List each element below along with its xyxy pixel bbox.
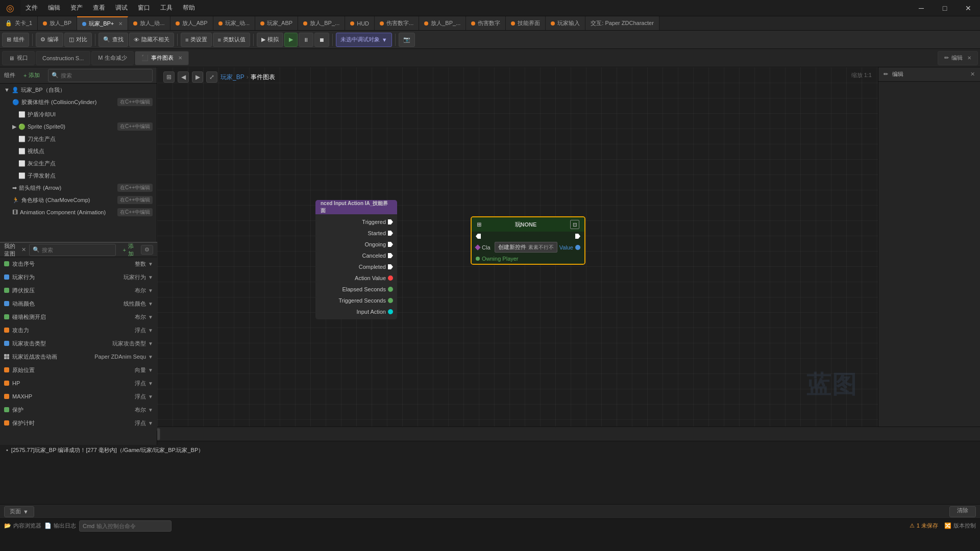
tab-damage-num[interactable]: 伤害数字... — [375, 16, 419, 31]
expand-icon[interactable]: ▼ — [148, 407, 153, 413]
mybp-item-wall-detect[interactable]: 碰墙检测开启 布尔 ▼ — [0, 310, 157, 323]
elapsed-pin[interactable] — [388, 287, 393, 292]
component-search[interactable]: 🔍 — [48, 69, 153, 82]
cmd-input[interactable] — [96, 523, 168, 529]
mybp-item-atk-power[interactable]: 攻击力 浮点 ▼ — [0, 323, 157, 337]
component-search-input[interactable] — [61, 72, 149, 79]
widget-node[interactable]: ⊞ 玩NONE ⊡ — [471, 216, 585, 265]
pin-completed[interactable]: Completed — [315, 261, 397, 272]
canceled-pin[interactable] — [388, 253, 393, 258]
completed-pin[interactable] — [388, 264, 393, 269]
class-pin[interactable] — [475, 244, 480, 250]
tab-life-reduce[interactable]: M 生命减少 — [91, 51, 133, 65]
class-defaults-button[interactable]: ≡ 类默认值 — [213, 33, 250, 47]
pin-action-value[interactable]: Action Value — [315, 272, 397, 284]
tab-skill[interactable]: 技能界面 — [506, 16, 546, 31]
add-component-button[interactable]: + 添加 — [19, 69, 44, 81]
mybp-item-maxhp[interactable]: MAXHP 浮点 ▼ — [0, 390, 157, 403]
mybp-item-protect-timer[interactable]: 保护计时 浮点 ▼ — [0, 416, 157, 430]
mybp-item-player-action[interactable]: 玩家行为 玩家行为 ▼ — [0, 270, 157, 284]
menu-tools[interactable]: 工具 — [155, 0, 178, 16]
tab-enemy-anim[interactable]: 放人_动... — [128, 16, 170, 31]
exec-out-pin[interactable] — [575, 234, 580, 239]
component-shield-ui[interactable]: ⬜ 护盾冷却UI — [0, 108, 157, 120]
close-button[interactable]: ✕ — [957, 0, 980, 16]
component-sprite[interactable]: ▶ 🟢 Sprite (Sprite0) 在C++中编辑 — [0, 120, 157, 133]
mybp-item-protect[interactable]: 保护 布尔 ▼ — [0, 403, 157, 416]
status-content-browser[interactable]: 📂 内容浏览器 — [4, 522, 41, 530]
menu-help[interactable]: 帮助 — [178, 0, 200, 16]
event-graph-close[interactable]: ✕ — [178, 55, 182, 61]
menu-asset[interactable]: 资产 — [65, 0, 88, 16]
pin-triggered-secs[interactable]: Triggered Seconds — [315, 295, 397, 306]
right-panel-close[interactable]: ✕ — [970, 71, 975, 78]
compile-button[interactable]: ⚙ 编译 — [36, 33, 63, 47]
tab-event-graph[interactable]: ⬛ 事件图表 ✕ — [135, 51, 189, 65]
minimize-button[interactable]: ─ — [910, 0, 933, 16]
mybp-item-atk-type[interactable]: 玩家攻击类型 玩家攻击类型 ▼ — [0, 337, 157, 350]
tab-interact[interactable]: 交互: Paper ZDCharacter — [585, 16, 659, 31]
status-output-log[interactable]: 📄 输出日志 — [44, 522, 76, 530]
tab-player-abp[interactable]: 玩家_ABP — [255, 16, 298, 31]
component-blade[interactable]: ⬜ 刀光生产点 — [0, 133, 157, 145]
pin-elapsed[interactable]: Elapsed Seconds — [315, 284, 397, 295]
component-player-bp[interactable]: ▼ 👤 玩家_BP（自我） — [0, 84, 157, 96]
clear-button[interactable]: 清除 — [949, 506, 976, 517]
owning-player-pin[interactable] — [476, 257, 480, 261]
tab-viewport[interactable]: 🖥 视口 — [2, 51, 35, 65]
nav-home-button[interactable]: ⊞ — [163, 71, 175, 83]
pause-button[interactable]: ⏸ — [299, 33, 313, 47]
menu-debug[interactable]: 调试 — [110, 0, 133, 16]
camera-button[interactable]: 📷 — [399, 33, 415, 47]
find-button[interactable]: 🔍 查找 — [99, 33, 128, 47]
expand-icon[interactable]: ▼ — [148, 420, 153, 426]
mybp-search-input[interactable] — [42, 247, 112, 253]
tab-construction[interactable]: Construction S... — [36, 51, 90, 65]
menu-view[interactable]: 查看 — [88, 0, 110, 16]
expand-icon[interactable]: ▼ — [148, 381, 153, 386]
expand-icon[interactable]: ▼ — [148, 288, 153, 293]
breadcrumb-root[interactable]: 玩家_BP — [220, 73, 244, 82]
action-value-pin[interactable] — [388, 276, 393, 281]
menu-file[interactable]: 文件 — [20, 0, 43, 16]
triggered-secs-pin[interactable] — [388, 298, 393, 303]
mybp-item-anim-color[interactable]: 动画颜色 线性颜色 ▼ — [0, 297, 157, 310]
triggered-pin[interactable] — [388, 219, 393, 224]
nav-fit-button[interactable]: ⤢ — [206, 71, 217, 83]
tab-hud[interactable]: HUD — [345, 16, 375, 31]
tab-damage[interactable]: 伤害数字 — [466, 16, 506, 31]
mybp-settings-button[interactable]: ⚙ — [141, 245, 153, 255]
pin-canceled[interactable]: Canceled — [315, 250, 397, 261]
component-collision[interactable]: 🔵 胶囊体组件 (CollisionCylinder) 在C++中编辑 — [0, 96, 157, 108]
expand-icon[interactable]: ▼ — [148, 354, 153, 360]
mybp-item-protect-handle[interactable]: ⏱ 保护定时器 定时柄 ▼ — [0, 430, 157, 431]
stop-button[interactable]: ⏹ — [314, 33, 329, 47]
input-action-pin[interactable] — [388, 309, 393, 314]
enhanced-input-action-node[interactable]: nced Input Action IA_技能界面 Triggered Star… — [315, 200, 397, 319]
mybp-item-hp[interactable]: HP 浮点 ▼ — [0, 377, 157, 390]
expand-icon[interactable]: ▼ — [148, 301, 153, 307]
tab-player-anim[interactable]: 玩家_动... — [213, 16, 255, 31]
tab-player-bp[interactable]: 玩家_BP+ ✕ — [77, 16, 128, 31]
expand-icon[interactable]: ▼ — [148, 367, 153, 373]
class-dropdown[interactable]: 创建新控件 素素不行不 — [495, 242, 557, 253]
tab-input[interactable]: 玩家输入 — [546, 16, 585, 31]
tab-enemy-bp3[interactable]: 放人_BP_... — [419, 16, 466, 31]
play-button[interactable]: ▶ — [284, 33, 298, 47]
ongoing-pin[interactable] — [388, 242, 393, 247]
widget-node-expand[interactable]: ⊡ — [570, 220, 579, 229]
pin-input-action[interactable]: Input Action — [315, 306, 397, 317]
exec-in-pin[interactable] — [476, 234, 481, 239]
tab-enemy-bp[interactable]: 放人_BP — [38, 16, 77, 31]
page-dropdown[interactable]: 页面 ▼ — [4, 506, 34, 517]
tab-enemy-abp[interactable]: 放人_ABP — [170, 16, 213, 31]
component-arrow[interactable]: ➡ 箭头组件 (Arrow) 在C++中编辑 — [0, 182, 157, 194]
started-pin[interactable] — [388, 231, 393, 236]
mybp-item-melee-anim[interactable]: 玩家近战攻击动画 Paper ZDAnim Sequ ▼ — [0, 350, 157, 363]
mybp-item-origin-pos[interactable]: 原始位置 向量 ▼ — [0, 363, 157, 377]
class-settings-button[interactable]: ≡ 类设置 — [181, 33, 212, 47]
expand-icon[interactable]: ▼ — [148, 341, 153, 346]
expand-icon[interactable]: ▼ — [148, 328, 153, 333]
nav-back-button[interactable]: ◀ — [178, 71, 189, 83]
mybp-search[interactable]: 🔍 — [29, 244, 116, 256]
